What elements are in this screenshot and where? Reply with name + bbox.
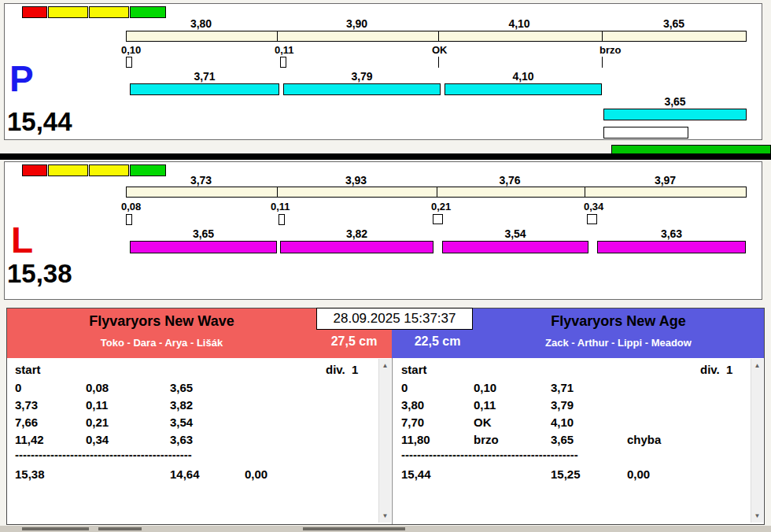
division-label: div. 1 [326,363,358,376]
result-row: 0 0,08 3,65 [7,381,392,398]
cumulative-time: 7,66 [15,416,38,429]
run-label: 3,79 [283,71,441,83]
penalty: 0,00 [245,467,267,481]
start-light-yellow-1 [48,164,88,176]
cumulative-time: 3,73 [15,398,38,412]
split-label: 3,97 [584,175,747,187]
lane-p-total: 15,44 [7,107,72,137]
separator-row: ----------------------------------------… [393,448,764,465]
run-bar [283,83,441,95]
team-right-jump-height: 22,5 cm [398,334,477,349]
run-bar [280,241,433,253]
lane-l-letter: L [11,222,33,258]
run-bar [130,83,279,95]
scroll-down-icon: ▼ [382,512,389,519]
result-row: 0 0,10 3,71 [393,381,764,398]
team-left-jump-height: 27,5 cm [316,334,392,349]
start-mark-label: brzo [599,44,621,56]
start-mark-label: 0,11 [275,44,294,56]
start-interval: 0,10 [474,381,496,394]
result-row: 7,66 0,21 3,54 [7,416,392,433]
run-label: 4,10 [445,71,602,83]
scroll-up-button[interactable]: ▲ [751,359,763,372]
split-label: 3,90 [276,18,437,31]
start-light-yellow-1 [48,6,88,18]
edge-artifact [98,527,142,530]
scroll-up-icon: ▲ [382,362,389,369]
scroll-up-button[interactable]: ▲ [379,359,391,372]
clean-sum: 15,25 [551,467,581,481]
date-time-display: 28.09.2025 15:37:37 [316,308,473,330]
start-interval: 0,21 [86,416,109,429]
left-results-scrollbar[interactable]: ▲ ▼ [378,359,391,523]
start-tick-box [126,214,132,225]
run-time: 3,54 [170,416,193,429]
separator-dashes: ----------------------------------------… [15,448,192,461]
result-row: 3,80 0,11 3,79 [393,398,764,416]
start-mark-label: OK [432,44,448,56]
scroll-down-icon: ▼ [754,512,761,519]
cumulative-time: 11,42 [15,433,44,446]
start-light-red [22,6,47,18]
results-header-row: start div. 1 [7,363,392,380]
run-time: 3,82 [170,398,193,412]
run-bar [603,109,747,120]
split-label: 3,73 [126,175,276,187]
lane-divider [0,153,771,160]
start-mark-label: 0,08 [121,201,141,212]
run-label: 3,54 [442,228,588,241]
start-light-green [130,6,166,18]
start-interval: 0,11 [86,398,108,412]
start-mark-label: 0,21 [431,201,451,212]
start-tick-box [587,214,597,224]
start-interval: OK [474,416,492,429]
result-row: 3,73 0,11 3,82 [7,398,392,416]
team-right-name: Flyvaryors New Age [473,313,764,330]
pending-run-bar [603,127,688,139]
run-label: 3,65 [603,96,747,109]
start-interval: 0,11 [474,398,496,412]
run-label: 3,65 [130,228,277,241]
run-time: 3,79 [551,398,574,412]
start-tick-box [279,214,285,225]
lane-l-total: 15,38 [7,259,72,289]
start-tick-mark [438,57,439,68]
cumulative-time: 3,80 [401,398,424,412]
right-results-scrollbar[interactable]: ▲ ▼ [751,359,763,523]
start-label: start [401,363,427,376]
run-label: 3,63 [597,228,746,241]
run-time: 4,10 [551,416,574,429]
start-tick-box [126,57,132,68]
start-interval: brzo [474,433,499,446]
results-header-row: start div. 1 [393,363,764,380]
run-bar [442,241,588,253]
run-label: 3,71 [130,71,279,83]
lane-l-panel: 3,73 3,93 3,76 3,97 0,08 0,11 0,21 0,34 … [4,161,762,300]
start-light-red [22,164,47,176]
teams-panel: Flyvaryors New Wave Toko - Dara - Arya -… [6,308,765,525]
start-tick-box [280,57,286,68]
note: chyba [627,433,661,446]
total-time: 15,38 [15,467,45,481]
team-left-dogs: Toko - Dara - Arya - Lišák [7,337,316,349]
start-mark-label: 0,10 [121,44,141,56]
run-time: 3,63 [170,433,193,446]
scroll-down-button[interactable]: ▼ [379,509,391,523]
start-mark-label: 0,11 [271,201,290,212]
scroll-down-button[interactable]: ▼ [751,509,763,523]
run-bar [597,241,746,253]
lane-p-panel: 3,80 3,90 4,10 3,65 0,10 0,11 OK brzo P … [4,3,762,140]
clean-sum: 14,64 [170,467,200,481]
penalty: 0,00 [627,467,650,481]
cumulative-time: 7,70 [401,416,424,429]
split-label: 3,80 [126,18,276,31]
start-tick-box [433,214,443,224]
total-time: 15,44 [401,467,431,481]
run-bar [130,241,277,253]
cumulative-time: 0 [401,381,408,394]
separator-row: ----------------------------------------… [7,448,392,465]
bottom-edge-strip [0,526,771,532]
cumulative-time: 0 [15,381,21,394]
lane-p-letter: P [9,61,34,97]
run-time: 3,71 [551,381,574,394]
